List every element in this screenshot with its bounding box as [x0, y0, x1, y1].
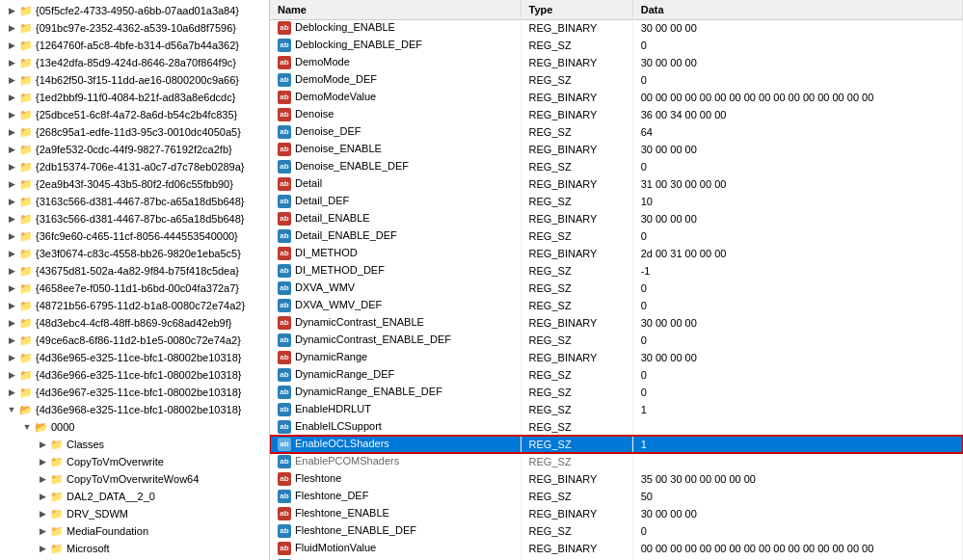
- table-row[interactable]: abDenoiseREG_BINARY36 00 34 00 00 00: [270, 106, 963, 123]
- tree-toggle[interactable]: ▶: [4, 353, 19, 362]
- tree-toggle[interactable]: ▶: [4, 58, 19, 67]
- tree-toggle[interactable]: ▶: [4, 231, 19, 241]
- table-row[interactable]: abFleshtoneREG_BINARY35 00 30 00 00 00 0…: [270, 470, 963, 488]
- tree-toggle[interactable]: ▼: [4, 405, 19, 414]
- tree-toggle[interactable]: ▼: [19, 422, 35, 432]
- tree-toggle[interactable]: ▶: [4, 6, 19, 15]
- tree-item-item-5[interactable]: ▶📁{14b62f50-3f15-11dd-ae16-0800200c9a66}: [0, 71, 269, 89]
- tree-item-item-9[interactable]: ▶📁{2a9fe532-0cdc-44f9-9827-76192f2ca2fb}: [0, 141, 269, 158]
- tree-item-item-22[interactable]: ▶📁{4d36e966-e325-11ce-bfc1-08002be10318}: [0, 366, 269, 384]
- tree-item-item-11[interactable]: ▶📁{2ea9b43f-3045-43b5-80f2-fd06c55fbb90}: [0, 175, 269, 193]
- table-row[interactable]: abDynamicContrast_ENABLEREG_BINARY30 00 …: [270, 314, 963, 332]
- reg-name-cell: abDenoise: [270, 106, 521, 123]
- tree-toggle[interactable]: ▶: [4, 197, 19, 206]
- tree-item-item-12[interactable]: ▶📁{3163c566-d381-4467-87bc-a65a18d5b648}: [0, 193, 269, 210]
- reg-data-cell: 2d 00 31 00 00 00: [632, 245, 962, 262]
- tree-item-item-7[interactable]: ▶📁{25dbce51-6c8f-4a72-8a6d-b54c2b4fc835}: [0, 106, 269, 123]
- table-row[interactable]: abDynamicRange_ENABLE_DEFREG_SZ0: [270, 384, 963, 401]
- tree-toggle[interactable]: ▶: [4, 266, 19, 276]
- table-row[interactable]: abDXVA_WMV_DEFREG_SZ0: [270, 297, 963, 314]
- tree-item-item-17[interactable]: ▶📁{4658ee7e-f050-11d1-b6bd-00c04fa372a7}: [0, 280, 269, 297]
- tree-toggle[interactable]: ▶: [35, 509, 50, 519]
- tree-item-item-23[interactable]: ▶📁{4d36e967-e325-11ce-bfc1-08002be10318}: [0, 384, 269, 401]
- tree-item-item-26[interactable]: ▶📁Classes: [0, 436, 269, 453]
- tree-toggle[interactable]: ▶: [35, 526, 50, 536]
- table-row[interactable]: abDemoMode_DEFREG_SZ0: [270, 71, 963, 89]
- tree-item-item-24[interactable]: ▼📂{4d36e968-e325-11ce-bfc1-08002be10318}: [0, 401, 269, 418]
- tree-toggle[interactable]: ▶: [35, 474, 50, 484]
- table-row[interactable]: abDynamicRangeREG_BINARY30 00 00 00: [270, 349, 963, 366]
- table-row[interactable]: abDetail_DEFREG_SZ10: [270, 193, 963, 210]
- tree-toggle[interactable]: ▶: [4, 387, 19, 397]
- tree-toggle[interactable]: ▶: [4, 283, 19, 293]
- tree-item-item-10[interactable]: ▶📁{2db15374-706e-4131-a0c7-d7c78eb0289a}: [0, 158, 269, 175]
- table-row[interactable]: abFleshtone_ENABLEREG_BINARY30 00 00 00: [270, 505, 963, 522]
- tree-item-item-20[interactable]: ▶📁{49ce6ac8-6f86-11d2-b1e5-0080c72e74a2}: [0, 332, 269, 349]
- table-row[interactable]: abDeblocking_ENABLEREG_BINARY30 00 00 00: [270, 19, 963, 37]
- table-row[interactable]: abFleshtone_ENABLE_DEFREG_SZ0: [270, 522, 963, 540]
- tree-item-item-2[interactable]: ▶📁{091bc97e-2352-4362-a539-10a6d8f7596}: [0, 19, 269, 37]
- tree-item-item-30[interactable]: ▶📁DRV_SDWM: [0, 505, 269, 522]
- table-row[interactable]: abDetailREG_BINARY31 00 30 00 00 00: [270, 175, 963, 193]
- tree-item-item-28[interactable]: ▶📁CopyToVmOverwriteWow64: [0, 470, 269, 488]
- reg-data-cell: 0: [632, 332, 962, 349]
- table-row[interactable]: abDXVA_WMVREG_SZ0: [270, 280, 963, 297]
- tree-item-item-3[interactable]: ▶📁{1264760f-a5c8-4bfe-b314-d56a7b44a362}: [0, 37, 269, 54]
- tree-toggle[interactable]: ▶: [35, 492, 50, 501]
- tree-toggle[interactable]: ▶: [35, 457, 50, 467]
- registry-tree[interactable]: ▶📁{05f5cfe2-4733-4950-a6bb-07aad01a3a84}…: [0, 0, 270, 560]
- table-row[interactable]: abEnablePCOMShadersREG_SZ: [270, 453, 963, 470]
- tree-item-item-14[interactable]: ▶📁{36fc9e60-c465-11cf-8056-444553540000}: [0, 227, 269, 245]
- table-row[interactable]: abDI_METHODREG_BINARY2d 00 31 00 00 00: [270, 245, 963, 262]
- table-row[interactable]: abEnableHDRLUTREG_SZ1: [270, 401, 963, 418]
- tree-toggle[interactable]: ▶: [35, 544, 50, 553]
- tree-item-item-31[interactable]: ▶📁MediaFoundation: [0, 522, 269, 540]
- tree-toggle[interactable]: ▶: [4, 93, 19, 102]
- tree-label: {36fc9e60-c465-11cf-8056-444553540000}: [36, 230, 238, 242]
- table-row[interactable]: abDetail_ENABLE_DEFREG_SZ0: [270, 227, 963, 245]
- tree-item-item-6[interactable]: ▶📁{1ed2bbf9-11f0-4084-b21f-ad83a8e6dcdc}: [0, 89, 269, 106]
- table-row[interactable]: abDemoModeREG_BINARY30 00 00 00: [270, 54, 963, 71]
- tree-toggle[interactable]: ▶: [4, 301, 19, 310]
- tree-item-item-29[interactable]: ▶📁DAL2_DATA__2_0: [0, 488, 269, 505]
- tree-item-item-21[interactable]: ▶📁{4d36e965-e325-11ce-bfc1-08002be10318}: [0, 349, 269, 366]
- tree-item-item-15[interactable]: ▶📁{3e3f0674-c83c-4558-bb26-9820e1eba5c5}: [0, 245, 269, 262]
- table-row[interactable]: abEnableOCLShadersREG_SZ1: [270, 436, 963, 453]
- tree-toggle[interactable]: ▶: [4, 40, 19, 50]
- tree-toggle[interactable]: ▶: [4, 249, 19, 258]
- table-row[interactable]: abDetail_ENABLEREG_BINARY30 00 00 00: [270, 210, 963, 227]
- tree-toggle[interactable]: ▶: [4, 318, 19, 328]
- table-row[interactable]: abDenoise_ENABLEREG_BINARY30 00 00 00: [270, 141, 963, 158]
- tree-toggle[interactable]: ▶: [4, 127, 19, 137]
- tree-toggle[interactable]: ▶: [4, 75, 19, 85]
- tree-toggle[interactable]: ▶: [4, 145, 19, 154]
- tree-item-item-16[interactable]: ▶📁{43675d81-502a-4a82-9f84-b75f418c5dea}: [0, 262, 269, 280]
- table-row[interactable]: abDeblocking_ENABLE_DEFREG_SZ0: [270, 37, 963, 54]
- tree-toggle[interactable]: ▶: [4, 214, 19, 224]
- tree-item-item-8[interactable]: ▶📁{268c95a1-edfe-11d3-95c3-0010dc4050a5}: [0, 123, 269, 141]
- table-row[interactable]: abDenoise_ENABLE_DEFREG_SZ0: [270, 158, 963, 175]
- tree-item-item-13[interactable]: ▶📁{3163c566-d381-4467-87bc-a65a18d5b648}: [0, 210, 269, 227]
- tree-item-item-27[interactable]: ▶📁CopyToVmOverwrite: [0, 453, 269, 470]
- tree-toggle[interactable]: ▶: [4, 370, 19, 380]
- table-row[interactable]: abDI_METHOD_DEFREG_SZ-1: [270, 262, 963, 280]
- tree-toggle[interactable]: ▶: [4, 179, 19, 189]
- tree-toggle[interactable]: ▶: [4, 335, 19, 345]
- tree-toggle[interactable]: ▶: [4, 110, 19, 120]
- table-row[interactable]: abFluidMotionValueREG_BINARY00 00 00 00 …: [270, 540, 963, 557]
- tree-toggle[interactable]: ▶: [4, 162, 19, 172]
- table-row[interactable]: abDynamicContrast_ENABLE_DEFREG_SZ0: [270, 332, 963, 349]
- tree-item-item-32[interactable]: ▶📁Microsoft: [0, 540, 269, 557]
- table-row[interactable]: abFleshtone_DEFREG_SZ50: [270, 488, 963, 505]
- table-row[interactable]: abDenoise_DEFREG_SZ64: [270, 123, 963, 141]
- tree-item-item-25[interactable]: ▼📂0000: [0, 418, 269, 436]
- tree-item-item-4[interactable]: ▶📁{13e42dfa-85d9-424d-8646-28a70f864f9c}: [0, 54, 269, 71]
- tree-item-item-19[interactable]: ▶📁{48d3ebc4-4cf8-48ff-b869-9c68ad42eb9f}: [0, 314, 269, 332]
- tree-item-item-1[interactable]: ▶📁{05f5cfe2-4733-4950-a6bb-07aad01a3a84}: [0, 2, 269, 19]
- table-row[interactable]: abDynamicRange_DEFREG_SZ0: [270, 366, 963, 384]
- tree-item-item-18[interactable]: ▶📁{48721b56-6795-11d2-b1a8-0080c72e74a2}: [0, 297, 269, 314]
- table-row[interactable]: abDemoModeValueREG_BINARY00 00 00 00 00 …: [270, 89, 963, 106]
- table-row[interactable]: abEnableILCSupportREG_SZ: [270, 418, 963, 436]
- tree-toggle[interactable]: ▶: [35, 440, 50, 449]
- tree-toggle[interactable]: ▶: [4, 23, 19, 33]
